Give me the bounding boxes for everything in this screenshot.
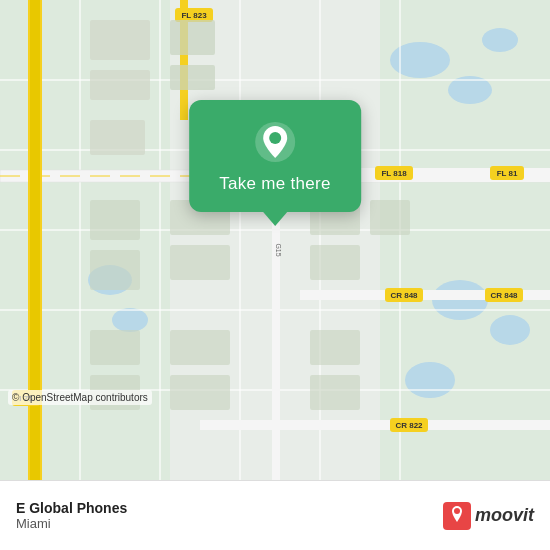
svg-text:FL 81: FL 81: [497, 169, 518, 178]
svg-text:CR 822: CR 822: [395, 421, 423, 430]
svg-point-64: [269, 132, 281, 144]
svg-text:CR 848: CR 848: [490, 291, 518, 300]
svg-text:CR 848: CR 848: [390, 291, 418, 300]
svg-text:FL 823: FL 823: [181, 11, 207, 20]
svg-point-66: [454, 508, 460, 514]
svg-rect-49: [90, 120, 145, 155]
svg-rect-57: [170, 375, 230, 410]
location-info: E Global Phones Miami: [16, 500, 127, 531]
svg-point-10: [112, 308, 148, 332]
svg-rect-54: [90, 330, 140, 365]
svg-rect-53: [170, 245, 230, 280]
svg-rect-62: [310, 375, 360, 410]
svg-text:FL 818: FL 818: [381, 169, 407, 178]
svg-rect-46: [90, 70, 150, 100]
svg-point-5: [482, 28, 518, 52]
bottom-info-bar: E Global Phones Miami moovit: [0, 480, 550, 550]
moovit-text: moovit: [475, 505, 534, 526]
svg-rect-51: [90, 250, 140, 290]
svg-rect-48: [170, 65, 215, 90]
svg-rect-24: [30, 0, 40, 480]
svg-rect-60: [370, 200, 410, 235]
svg-rect-40: [200, 420, 550, 430]
location-popup: Take me there: [189, 100, 361, 212]
svg-rect-59: [310, 245, 360, 280]
svg-rect-56: [170, 330, 230, 365]
svg-point-8: [405, 362, 455, 398]
svg-point-7: [490, 315, 530, 345]
svg-rect-50: [90, 200, 140, 240]
moovit-logo: moovit: [443, 502, 534, 530]
moovit-icon: [443, 502, 471, 530]
svg-rect-45: [90, 20, 150, 60]
location-name: E Global Phones: [16, 500, 127, 516]
location-pin-icon: [253, 120, 297, 164]
location-city: Miami: [16, 516, 127, 531]
take-me-there-button[interactable]: Take me there: [219, 174, 331, 194]
svg-text:G15: G15: [275, 243, 282, 256]
map-view: I 75 FL 823 FL 818 FL 81 CR 848 CR 848 C…: [0, 0, 550, 480]
svg-rect-61: [310, 330, 360, 365]
osm-attribution: © OpenStreetMap contributors: [8, 390, 152, 405]
svg-rect-47: [170, 20, 215, 55]
